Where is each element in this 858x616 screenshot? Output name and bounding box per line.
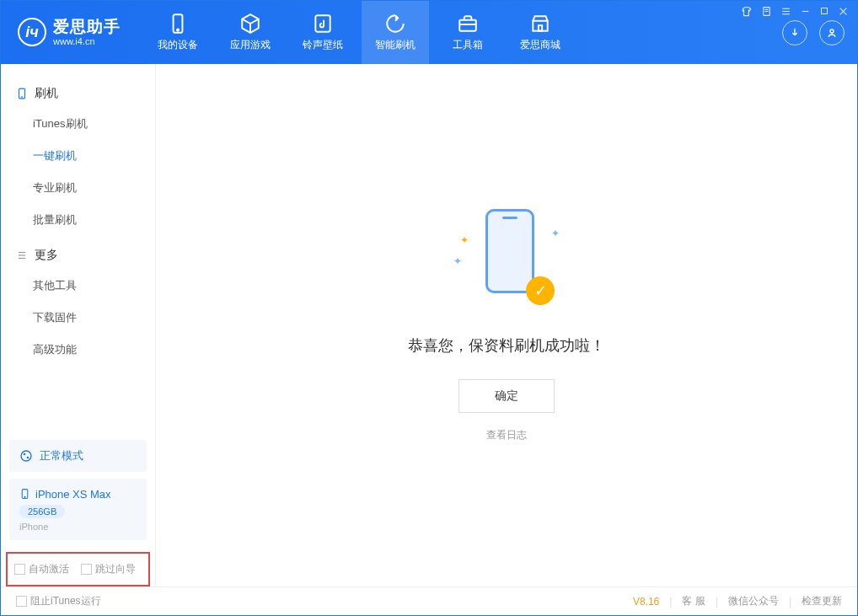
menu-icon[interactable] xyxy=(780,6,791,18)
nav-label: 爱思商城 xyxy=(520,38,560,52)
block-itunes-label: 阻止iTunes运行 xyxy=(30,594,101,608)
nav-shop[interactable]: 爱思商城 xyxy=(507,1,574,64)
auto-activate-label: 自动激活 xyxy=(29,562,69,576)
list-icon xyxy=(16,249,28,261)
shop-icon xyxy=(529,13,551,35)
nav-device[interactable]: 我的设备 xyxy=(144,1,212,64)
mode-icon xyxy=(19,449,33,463)
wechat-link[interactable]: 微信公众号 xyxy=(728,594,779,608)
tshirt-icon[interactable] xyxy=(741,6,753,18)
device-icon xyxy=(167,13,189,35)
sidebar-item[interactable]: 高级功能 xyxy=(33,334,140,366)
block-itunes-checkbox[interactable]: 阻止iTunes运行 xyxy=(16,594,101,608)
sidebar: 刷机 iTunes刷机一键刷机专业刷机批量刷机 更多 其他工具下载固件高级功能 … xyxy=(1,64,156,587)
refresh-icon xyxy=(384,13,406,35)
success-message: 恭喜您，保资料刷机成功啦！ xyxy=(408,335,605,356)
auto-activate-checkbox[interactable]: 自动激活 xyxy=(14,562,69,576)
logo[interactable]: iч 爱思助手 www.i4.cn xyxy=(18,18,121,48)
sidebar-item[interactable]: iTunes刷机 xyxy=(33,108,140,140)
device-mode-label: 正常模式 xyxy=(40,448,83,463)
nav-label: 我的设备 xyxy=(158,38,198,52)
sidebar-item[interactable]: 一键刷机 xyxy=(33,140,140,172)
svg-point-17 xyxy=(830,29,834,33)
main-nav: 我的设备应用游戏铃声壁纸智能刷机工具箱爱思商城 xyxy=(144,1,782,64)
device-storage: 256GB xyxy=(19,505,65,518)
app-title: 爱思助手 xyxy=(53,18,121,37)
nav-cube[interactable]: 应用游戏 xyxy=(217,1,284,64)
maximize-icon[interactable] xyxy=(819,6,829,18)
device-card[interactable]: iPhone XS Max 256GB iPhone xyxy=(9,479,147,540)
device-icon xyxy=(19,487,30,501)
device-name: iPhone XS Max xyxy=(35,488,111,501)
check-icon: ✓ xyxy=(526,276,555,305)
skip-guide-checkbox[interactable]: 跳过向导 xyxy=(81,562,136,576)
music-icon xyxy=(312,13,334,35)
device-type: iPhone xyxy=(19,522,137,532)
version-label: V8.16 xyxy=(633,596,659,608)
sidebar-head-flash[interactable]: 刷机 xyxy=(16,79,140,108)
download-button[interactable] xyxy=(782,20,807,46)
ok-button[interactable]: 确定 xyxy=(458,379,555,413)
cube-icon xyxy=(239,13,261,35)
note-icon[interactable] xyxy=(761,6,772,18)
sidebar-head-flash-label: 刷机 xyxy=(35,86,58,101)
svg-point-27 xyxy=(24,496,25,497)
app-url: www.i4.cn xyxy=(53,36,121,47)
svg-point-23 xyxy=(21,451,31,461)
nav-music[interactable]: 铃声壁纸 xyxy=(289,1,357,64)
sidebar-item[interactable]: 其他工具 xyxy=(33,270,140,302)
service-link[interactable]: 客 服 xyxy=(682,594,705,608)
sidebar-item[interactable]: 专业刷机 xyxy=(33,172,140,204)
main-content: ✦✦✦ ✓ 恭喜您，保资料刷机成功啦！ 确定 查看日志 xyxy=(156,64,857,587)
phone-icon xyxy=(16,87,28,100)
skip-guide-label: 跳过向导 xyxy=(95,562,136,576)
svg-rect-13 xyxy=(459,20,476,31)
window-controls xyxy=(741,6,849,18)
nav-label: 应用游戏 xyxy=(230,38,271,52)
success-illustration: ✦✦✦ ✓ xyxy=(452,209,561,310)
toolbox-icon xyxy=(457,13,479,35)
device-mode[interactable]: 正常模式 xyxy=(9,440,147,472)
nav-label: 工具箱 xyxy=(453,38,483,52)
footer: 阻止iTunes运行 V8.16 | 客 服 | 微信公众号 | 检查更新 xyxy=(1,587,857,615)
user-button[interactable] xyxy=(819,20,845,46)
sidebar-head-more[interactable]: 更多 xyxy=(16,241,140,270)
sidebar-item[interactable]: 批量刷机 xyxy=(33,204,140,236)
update-link[interactable]: 检查更新 xyxy=(802,594,842,608)
sidebar-item[interactable]: 下载固件 xyxy=(33,302,140,334)
svg-point-25 xyxy=(27,457,29,459)
nav-toolbox[interactable]: 工具箱 xyxy=(434,1,501,64)
nav-label: 智能刷机 xyxy=(375,38,416,52)
view-log-link[interactable]: 查看日志 xyxy=(486,428,527,442)
nav-label: 铃声壁纸 xyxy=(303,38,343,52)
close-icon[interactable] xyxy=(838,6,849,18)
svg-point-11 xyxy=(177,29,179,31)
flash-options-highlight: 自动激活 跳过向导 xyxy=(6,552,150,587)
svg-rect-12 xyxy=(315,15,330,32)
minimize-icon[interactable] xyxy=(800,6,811,18)
nav-refresh[interactable]: 智能刷机 xyxy=(362,1,429,64)
header: iч 爱思助手 www.i4.cn 我的设备应用游戏铃声壁纸智能刷机工具箱爱思商… xyxy=(1,1,857,64)
svg-point-24 xyxy=(24,453,26,456)
logo-icon: iч xyxy=(18,18,46,46)
svg-rect-15 xyxy=(539,25,542,30)
sidebar-head-more-label: 更多 xyxy=(35,248,58,263)
svg-rect-7 xyxy=(822,8,828,14)
